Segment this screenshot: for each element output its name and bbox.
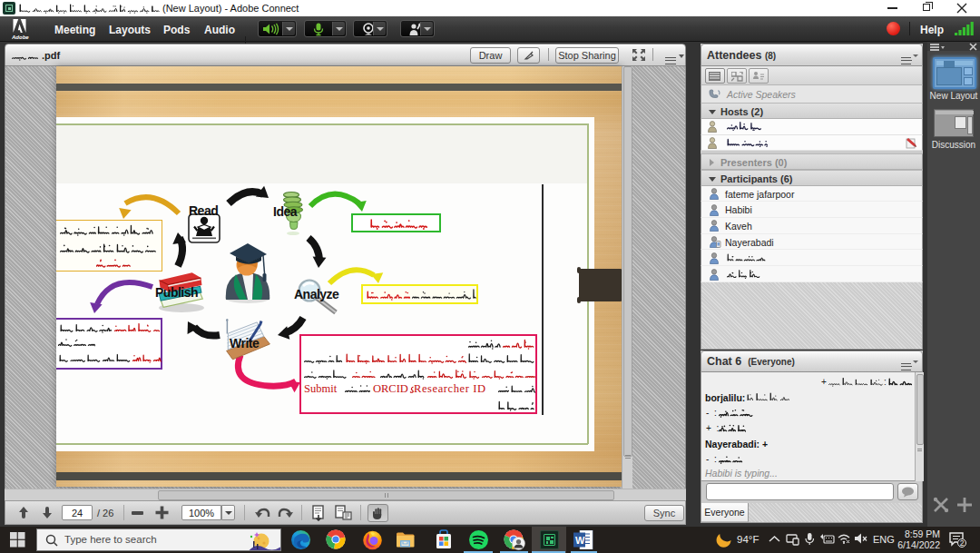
svg-text:Adobe: Adobe [12, 35, 29, 40]
svg-text:W: W [575, 535, 585, 546]
svg-text:2: 2 [960, 538, 965, 548]
